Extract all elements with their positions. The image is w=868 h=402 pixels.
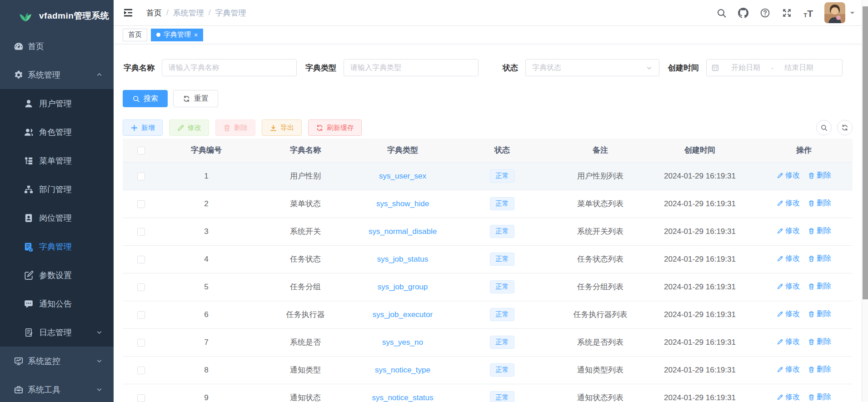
row-checkbox[interactable] bbox=[137, 173, 145, 180]
scrollbar-thumb[interactable] bbox=[863, 6, 868, 299]
sidebar-item-notice[interactable]: 通知公告 bbox=[0, 289, 114, 318]
row-checkbox[interactable] bbox=[137, 367, 145, 374]
export-button[interactable]: 导出 bbox=[262, 119, 302, 136]
dict-icon bbox=[24, 242, 34, 252]
tab-dict-management[interactable]: 字典管理× bbox=[151, 29, 203, 41]
dict-remark: 任务执行器列表 bbox=[556, 301, 644, 328]
row-checkbox[interactable] bbox=[137, 394, 145, 402]
sidebar-item-role-management[interactable]: 角色管理 bbox=[0, 118, 114, 146]
sidebar-item-system-tools[interactable]: 系统工具 bbox=[0, 375, 114, 402]
breadcrumb-item[interactable]: 首页 bbox=[146, 8, 162, 18]
github-icon[interactable] bbox=[738, 8, 748, 18]
create-time: 2024-01-29 16:19:31 bbox=[644, 190, 755, 218]
chevron-down-icon bbox=[96, 386, 103, 393]
row-checkbox[interactable] bbox=[137, 339, 145, 347]
row-edit-link[interactable]: 修改 bbox=[777, 254, 800, 263]
row-delete-link[interactable]: 删除 bbox=[808, 199, 831, 208]
create-time-group: 创建时间 - bbox=[667, 59, 843, 76]
start-date-input[interactable] bbox=[721, 64, 770, 72]
row-edit-link[interactable]: 修改 bbox=[777, 309, 800, 319]
row-delete-link-label: 删除 bbox=[817, 392, 831, 402]
refresh-icon bbox=[316, 124, 324, 132]
sidebar-item-post-management[interactable]: 岗位管理 bbox=[0, 203, 114, 232]
dict-type-link[interactable]: sys_user_sex bbox=[379, 172, 426, 180]
status-label: 状态 bbox=[486, 63, 518, 73]
status-select[interactable]: 字典状态 bbox=[525, 59, 659, 76]
reset-button[interactable]: 重置 bbox=[173, 90, 218, 107]
tab-label: 字典管理 bbox=[164, 30, 191, 39]
row-delete-link[interactable]: 删除 bbox=[808, 365, 831, 374]
dict-name-input[interactable] bbox=[162, 59, 297, 76]
select-all-checkbox[interactable] bbox=[137, 147, 145, 154]
toggle-search-button[interactable] bbox=[816, 120, 832, 135]
user-menu[interactable] bbox=[824, 2, 855, 23]
edit-button[interactable]: 修改 bbox=[169, 119, 209, 136]
dict-type-link[interactable]: sys_job_group bbox=[378, 283, 428, 291]
row-checkbox[interactable] bbox=[137, 283, 145, 291]
dict-type-input[interactable] bbox=[344, 59, 479, 76]
sidebar-item-param-settings[interactable]: 参数设置 bbox=[0, 261, 114, 289]
create-time: 2024-01-29 16:19:31 bbox=[644, 356, 755, 384]
row-delete-link[interactable]: 删除 bbox=[808, 392, 831, 402]
sidebar-item-dept-management[interactable]: 部门管理 bbox=[0, 175, 114, 203]
row-checkbox[interactable] bbox=[137, 256, 145, 263]
app-logo[interactable]: vfadmin管理系统 bbox=[0, 0, 114, 32]
row-edit-link[interactable]: 修改 bbox=[777, 199, 800, 208]
dict-type-link[interactable]: sys_show_hide bbox=[376, 199, 429, 208]
row-edit-link[interactable]: 修改 bbox=[777, 392, 800, 402]
row-delete-link[interactable]: 删除 bbox=[808, 337, 831, 347]
sidebar-item-label: 用户管理 bbox=[39, 98, 72, 109]
row-edit-link[interactable]: 修改 bbox=[777, 171, 800, 180]
row-edit-link[interactable]: 修改 bbox=[777, 282, 800, 291]
row-edit-link[interactable]: 修改 bbox=[777, 365, 800, 374]
row-delete-link[interactable]: 删除 bbox=[808, 254, 831, 263]
row-edit-link[interactable]: 修改 bbox=[777, 337, 800, 347]
sidebar-item-menu-management[interactable]: 菜单管理 bbox=[0, 146, 114, 175]
delete-button[interactable]: 删除 bbox=[215, 119, 255, 136]
search-button[interactable]: 搜索 bbox=[123, 90, 168, 107]
sidebar-item-dict-management[interactable]: 字典管理 bbox=[0, 232, 114, 261]
row-checkbox[interactable] bbox=[137, 200, 145, 208]
close-icon[interactable]: × bbox=[194, 32, 198, 38]
row-delete-link[interactable]: 删除 bbox=[808, 171, 831, 180]
caret-down-icon[interactable] bbox=[849, 10, 855, 16]
dict-type-link[interactable]: sys_notice_type bbox=[375, 366, 430, 374]
user-avatar[interactable] bbox=[824, 2, 845, 23]
refresh-cache-button[interactable]: 刷新缓存 bbox=[308, 119, 362, 136]
date-range-picker[interactable]: - bbox=[706, 59, 843, 76]
plant-logo-icon bbox=[17, 8, 34, 24]
sidebar-item-home[interactable]: 首页 bbox=[0, 32, 114, 60]
breadcrumb-separator: / bbox=[166, 8, 169, 17]
sidebar-item-system-management[interactable]: 系统管理 bbox=[0, 60, 114, 89]
dict-table: 字典编号字典名称字典类型状态备注创建时间操作 1用户性别sys_user_sex… bbox=[123, 139, 853, 402]
refresh-icon bbox=[183, 95, 190, 103]
dict-name-label: 字典名称 bbox=[123, 63, 155, 73]
row-edit-link[interactable]: 修改 bbox=[777, 226, 800, 236]
search-icon[interactable] bbox=[716, 8, 727, 18]
question-icon[interactable] bbox=[760, 8, 770, 18]
fullscreen-icon[interactable] bbox=[782, 8, 792, 18]
add-button[interactable]: 新增 bbox=[123, 119, 163, 136]
sidebar-item-label: 系统管理 bbox=[28, 69, 60, 80]
row-delete-link[interactable]: 删除 bbox=[808, 282, 831, 291]
sidebar-collapse-button[interactable] bbox=[123, 7, 134, 18]
row-checkbox[interactable] bbox=[137, 311, 145, 319]
sidebar-item-user-management[interactable]: 用户管理 bbox=[0, 89, 114, 118]
sidebar-item-log-management[interactable]: 日志管理 bbox=[0, 318, 114, 347]
dict-type-link[interactable]: sys_normal_disable bbox=[369, 227, 437, 236]
refresh-table-button[interactable] bbox=[837, 120, 853, 135]
row-delete-link[interactable]: 删除 bbox=[808, 309, 831, 319]
row-checkbox[interactable] bbox=[137, 228, 145, 236]
dict-type-link[interactable]: sys_yes_no bbox=[382, 338, 423, 347]
dict-name-group: 字典名称 bbox=[123, 59, 297, 76]
dict-type-link[interactable]: sys_job_executor bbox=[373, 310, 433, 319]
end-date-input[interactable] bbox=[774, 64, 823, 72]
sidebar-item-system-monitor[interactable]: 系统监控 bbox=[0, 347, 114, 375]
row-delete-link[interactable]: 删除 bbox=[808, 226, 831, 236]
tab-home[interactable]: 首页 bbox=[123, 29, 147, 41]
row-edit-link-label: 修改 bbox=[785, 392, 800, 402]
font-size-icon[interactable]: TT bbox=[803, 8, 813, 18]
dict-id: 4 bbox=[159, 245, 254, 273]
dict-type-link[interactable]: sys_notice_status bbox=[372, 393, 433, 402]
dict-type-link[interactable]: sys_job_status bbox=[377, 255, 428, 263]
